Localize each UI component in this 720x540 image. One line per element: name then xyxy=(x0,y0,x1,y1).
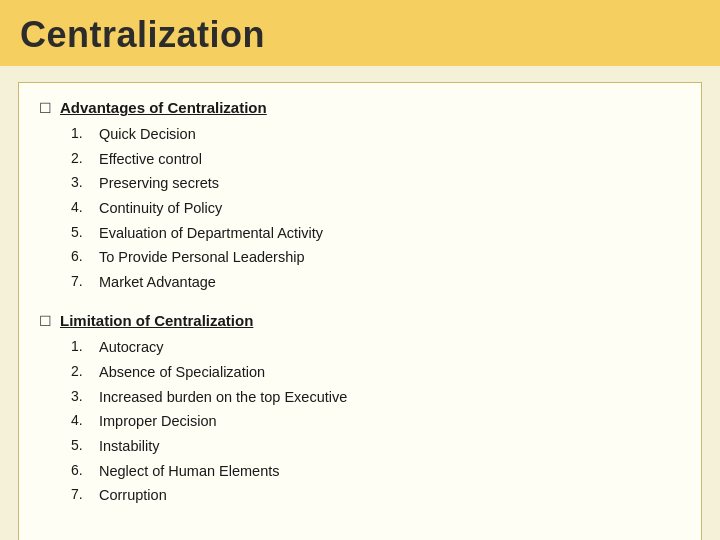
item-number: 7. xyxy=(71,270,99,294)
item-text: Corruption xyxy=(99,483,167,508)
item-text: To Provide Personal Leadership xyxy=(99,245,305,270)
advantages-title: Advantages of Centralization xyxy=(60,99,267,116)
item-text: Instability xyxy=(99,434,159,459)
advantages-section: ☐ Advantages of Centralization 1.Quick D… xyxy=(39,99,681,294)
limitations-title: Limitation of Centralization xyxy=(60,312,253,329)
advantages-header: ☐ Advantages of Centralization xyxy=(39,99,681,116)
list-item: 4.Continuity of Policy xyxy=(71,196,681,221)
list-item: 3.Preserving secrets xyxy=(71,171,681,196)
list-item: 6.Neglect of Human Elements xyxy=(71,459,681,484)
item-number: 7. xyxy=(71,483,99,507)
item-number: 2. xyxy=(71,360,99,384)
item-number: 5. xyxy=(71,434,99,458)
list-item: 5.Evaluation of Departmental Activity xyxy=(71,221,681,246)
item-number: 3. xyxy=(71,171,99,195)
list-item: 3.Increased burden on the top Executive xyxy=(71,385,681,410)
item-number: 6. xyxy=(71,459,99,483)
item-number: 4. xyxy=(71,196,99,220)
item-number: 3. xyxy=(71,385,99,409)
limitations-header: ☐ Limitation of Centralization xyxy=(39,312,681,329)
item-text: Autocracy xyxy=(99,335,163,360)
item-text: Improper Decision xyxy=(99,409,217,434)
title-bar: Centralization xyxy=(0,0,720,66)
item-text: Neglect of Human Elements xyxy=(99,459,280,484)
item-number: 6. xyxy=(71,245,99,269)
list-item: 4.Improper Decision xyxy=(71,409,681,434)
list-item: 1.Autocracy xyxy=(71,335,681,360)
list-item: 7.Corruption xyxy=(71,483,681,508)
item-text: Increased burden on the top Executive xyxy=(99,385,347,410)
content-area: ☐ Advantages of Centralization 1.Quick D… xyxy=(18,82,702,540)
list-item: 7.Market Advantage xyxy=(71,270,681,295)
item-text: Continuity of Policy xyxy=(99,196,222,221)
item-text: Absence of Specialization xyxy=(99,360,265,385)
page: Centralization ☐ Advantages of Centraliz… xyxy=(0,0,720,540)
page-title: Centralization xyxy=(20,14,265,55)
list-item: 1.Quick Decision xyxy=(71,122,681,147)
list-item: 2.Absence of Specialization xyxy=(71,360,681,385)
item-number: 4. xyxy=(71,409,99,433)
item-text: Preserving secrets xyxy=(99,171,219,196)
limitations-checkbox-icon: ☐ xyxy=(39,313,52,329)
list-item: 6.To Provide Personal Leadership xyxy=(71,245,681,270)
list-item: 5.Instability xyxy=(71,434,681,459)
limitations-list: 1.Autocracy2.Absence of Specialization3.… xyxy=(71,335,681,507)
limitations-section: ☐ Limitation of Centralization 1.Autocra… xyxy=(39,312,681,507)
item-number: 1. xyxy=(71,122,99,146)
item-number: 5. xyxy=(71,221,99,245)
item-text: Market Advantage xyxy=(99,270,216,295)
list-item: 2.Effective control xyxy=(71,147,681,172)
advantages-list: 1.Quick Decision2.Effective control3.Pre… xyxy=(71,122,681,294)
advantages-checkbox-icon: ☐ xyxy=(39,100,52,116)
item-text: Effective control xyxy=(99,147,202,172)
item-number: 1. xyxy=(71,335,99,359)
item-text: Quick Decision xyxy=(99,122,196,147)
item-text: Evaluation of Departmental Activity xyxy=(99,221,323,246)
item-number: 2. xyxy=(71,147,99,171)
